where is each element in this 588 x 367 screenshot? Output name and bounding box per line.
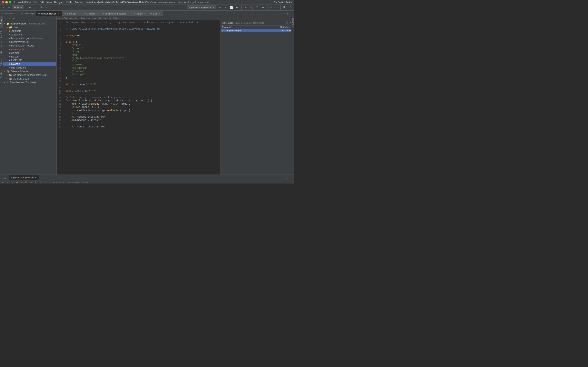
tab-close-bumpversion[interactable]: ✕ [57, 12, 60, 15]
expand-tests-button[interactable]: ⋮ [34, 180, 38, 184]
coverage-button[interactable]: 📈 [229, 5, 233, 10]
tab-travis[interactable]: .travis.yml ✕ [62, 11, 83, 16]
debug-button[interactable]: ● [223, 5, 228, 10]
back-button[interactable]: ← [1, 5, 6, 10]
history-button[interactable]: ⏲ [255, 5, 259, 10]
filter-icon[interactable]: ☷ [38, 5, 43, 10]
navigate-menu[interactable]: Navigate [54, 1, 64, 4]
maximize-button[interactable] [9, 1, 11, 3]
tab-io[interactable]: io.go ✕ [148, 11, 163, 16]
tree-test-go[interactable]: ► ■ bumpversion_test.go [3, 44, 56, 48]
tree-gomod[interactable]: ► ■ go.mod [3, 51, 56, 55]
tree-readme[interactable]: ► ■ README.md [3, 66, 56, 69]
tab-makefile[interactable]: Makefile ✕ [82, 11, 101, 16]
tab-close-io[interactable]: ✕ [158, 12, 161, 15]
intellij-menu[interactable]: IntelliJ IDEA [17, 1, 31, 4]
mod-icon: ■ [9, 52, 10, 54]
help-menu[interactable]: Help [139, 1, 144, 4]
tree-external-libs[interactable]: ▼ 📚 External Libraries [3, 69, 56, 73]
tree-go-modules[interactable]: ► 📚 Go Modules <github.com/SVilg... [3, 73, 56, 77]
tab-close-flag[interactable]: ✕ [143, 12, 146, 15]
coverage-settings-icon[interactable]: ⚙ [285, 21, 288, 25]
tab-close-travis[interactable]: ✕ [77, 12, 80, 15]
make-tab[interactable]: make [0, 49, 3, 57]
refactor-menu[interactable]: Refactor [86, 1, 95, 4]
minimize-button[interactable] [5, 1, 8, 3]
bottom-minimize-icon[interactable]: — [289, 176, 292, 180]
panel-close-icon[interactable]: ✕ [52, 17, 55, 20]
tree-idea[interactable]: ► 📁 .idea [3, 25, 56, 29]
run-button[interactable]: ▶ [218, 5, 222, 10]
build-menu[interactable]: Build [98, 1, 103, 4]
undo-button[interactable]: ↩ [261, 5, 265, 10]
forward-button[interactable]: → [7, 5, 11, 10]
profile-button[interactable]: ⏯ [235, 5, 239, 10]
tree-root-bumpversion[interactable]: ▼ 📁 bumpversion 100% files, 65.2% s... [3, 22, 56, 25]
collapse-tests-button[interactable]: ≡ [29, 180, 33, 184]
tree-gitignore[interactable]: ► ■ .gitignore [3, 29, 56, 33]
tab-dot-test [103, 13, 104, 14]
vcs-menu[interactable]: VCS [121, 1, 126, 4]
tab-bumpversion-go[interactable]: bumpversion.go ✕ [36, 11, 62, 16]
code-menu[interactable]: Code [66, 1, 72, 4]
panel-right-icons: ≡ ✕ [48, 17, 55, 20]
project-panel-header: ← → ⚙ ≡ ✕ [3, 16, 56, 21]
tree-coverage[interactable]: ► ■ coverage.txt [3, 48, 56, 51]
search-button[interactable]: 🔍 [283, 5, 287, 10]
panel-settings-icon[interactable]: ⚙ [12, 17, 16, 20]
tools-menu[interactable]: Tools [112, 1, 118, 4]
settings-gear-icon[interactable]: ⛭ [288, 5, 293, 10]
window-menu[interactable]: Window [128, 1, 137, 4]
file-menu[interactable]: File [34, 1, 37, 4]
tab-flag[interactable]: flag.go ✕ [132, 11, 148, 16]
down-button[interactable]: ⇩ [43, 180, 47, 184]
rerun-failed-button[interactable]: ↻ [15, 180, 19, 184]
code-display[interactable]: // bumpversion finds the last git tag, i… [64, 20, 221, 175]
tab-bumpversion-test[interactable]: bumpversion_test.go ✕ [101, 11, 132, 16]
run-menu[interactable]: Run [105, 1, 110, 4]
stop-run-button[interactable]: ■ [10, 180, 14, 184]
build-button[interactable]: 🔨 [249, 5, 254, 10]
tree-bumpversion-go[interactable]: ► ■ bumpversion.go 65.2% statem... [3, 36, 56, 40]
collapse-icon[interactable]: ≡ [44, 5, 48, 10]
project-dropdown[interactable]: Project ▾ [12, 6, 24, 9]
panel-collapse-icon[interactable]: ≡ [48, 17, 51, 20]
panel-back-icon[interactable]: ← [4, 17, 7, 20]
settings-icon[interactable]: ⚙ [28, 5, 32, 10]
apple-menu[interactable]:  [14, 1, 15, 4]
tree-gosum[interactable]: ► ■ go.sum [3, 55, 56, 58]
coverage-row-bumpversion[interactable]: ■ bumpversion.go 65.2% st... [221, 29, 294, 33]
filter-tests-button[interactable]: ☷ [24, 180, 28, 184]
analyze-menu[interactable]: Analyze [75, 1, 84, 4]
tree-iml[interactable]: ► ■ bumpversion.iml [3, 40, 56, 44]
titlebar-right: Sat Jun 8 1:14 AM [274, 1, 292, 3]
traffic-lights[interactable] [2, 1, 11, 3]
view-menu[interactable]: View [47, 1, 52, 4]
project-tab[interactable]: 1: Project [0, 16, 3, 28]
stop-button[interactable]: ■ [243, 5, 248, 10]
rerun-button[interactable]: ▶ [1, 180, 5, 184]
up-button[interactable]: ⇧ [38, 180, 43, 184]
tree-go-sdk[interactable]: ► 📚 Go SDK 1.12.5 [3, 77, 56, 81]
tab-run-close[interactable]: ✕ [34, 176, 37, 179]
bottom-settings-icon[interactable]: ⚙ [285, 176, 288, 180]
sort-button[interactable]: ⇵ [20, 180, 24, 184]
recent-files-icon[interactable]: ⋮ [289, 12, 293, 16]
database-tab[interactable]: Database [0, 68, 3, 80]
tree-makefile[interactable]: ► ■ Makefile [3, 62, 56, 66]
tree-travis[interactable]: ► ■ .travis.yml [3, 33, 56, 36]
close-button[interactable] [2, 1, 4, 3]
tab-close-makefile[interactable]: ✕ [96, 12, 99, 15]
sync-icon[interactable]: ↻ [33, 5, 38, 10]
sciview-tab[interactable]: SciView [0, 57, 3, 68]
maven-tab[interactable]: Maven [0, 40, 3, 49]
tree-license[interactable]: ► ■ LICENSE [3, 58, 56, 62]
panel-forward-icon[interactable]: → [8, 17, 11, 20]
tab-run[interactable]: ▶ go test bumpversion ✕ [9, 175, 39, 180]
ant-tab[interactable]: Ant Build [0, 28, 3, 40]
tree-scratches[interactable]: ► ✎ Scratches and Consoles [3, 81, 56, 84]
edit-menu[interactable]: Edit [40, 1, 44, 4]
tab-close-test[interactable]: ✕ [127, 12, 130, 15]
run-config-dropdown[interactable]: ▶ go test bumpversion ▼ [187, 6, 216, 9]
right-tab-1[interactable]: Coverage [291, 20, 294, 28]
